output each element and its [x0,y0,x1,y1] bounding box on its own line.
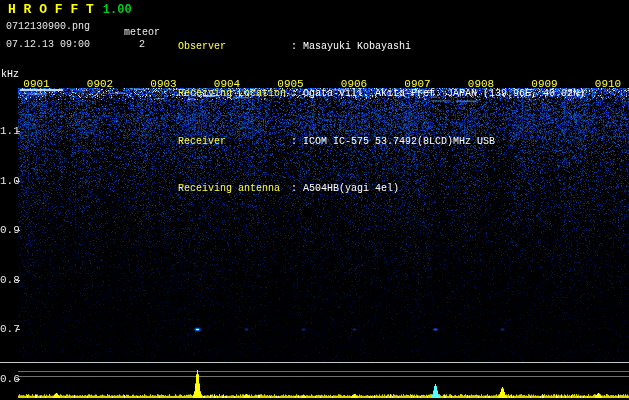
info-value: : Masayuki Kobayashi [291,41,411,52]
freq-tick [16,379,20,380]
freq-label: 0.9 [0,224,15,236]
info-row-observer: Observer : Masayuki Kobayashi [178,41,585,52]
info-row-antenna: Receiving antenna : A504HB(yagi 4el) [178,183,585,194]
time-label: 0901 [23,78,49,90]
freq-tick [16,280,20,281]
freq-label: 1.0 [0,175,15,187]
freq-label: 0.7 [0,323,15,335]
info-label: Observer [178,41,291,52]
app-version: 1.00 [103,3,132,17]
meteor-count: 2 [139,39,145,50]
info-row-receiver: Receiver : ICOM IC-575 53.7492(8LCD)MHz … [178,136,585,147]
freq-label: 1.1 [0,125,15,137]
info-label: Receiver [178,136,291,147]
freq-axis-unit: kHz [1,69,19,80]
app-header: H R O F F T 1.00 [8,2,132,17]
freq-tick [16,230,20,231]
hrofft-screen: H R O F F T 1.00 0712130900.png meteor 0… [0,0,629,400]
info-row-location: Receiving Location : Ogata-vill. Akita-P… [178,88,585,99]
info-value: : Ogata-vill. Akita-Pref. JAPAN (139.96E… [291,88,585,99]
info-label: Receiving antenna [178,183,291,194]
time-label: 0906 [341,78,367,90]
time-label: 0903 [150,78,176,90]
time-label: 0902 [87,78,113,90]
datetime-label: 07.12.13 09:00 [6,39,90,50]
freq-label: 0.8 [0,274,15,286]
mode-label: meteor [124,27,160,38]
time-label: 0907 [404,78,430,90]
freq-tick [16,329,20,330]
time-label: 0905 [277,78,303,90]
time-label: 0909 [531,78,557,90]
freq-tick [16,131,20,132]
time-label: 0904 [214,78,240,90]
info-value: : ICOM IC-575 53.7492(8LCD)MHz USB [291,136,495,147]
freq-label: 0.6 [0,373,15,385]
freq-tick [16,181,20,182]
output-filename: 0712130900.png [6,21,90,32]
app-title: H R O F F T [8,2,94,17]
time-label: 0910 [595,78,621,90]
station-info: Observer : Masayuki Kobayashi Receiving … [178,5,585,231]
info-label: Receiving Location [178,88,291,99]
info-value: : A504HB(yagi 4el) [291,183,399,194]
time-label: 0908 [468,78,494,90]
